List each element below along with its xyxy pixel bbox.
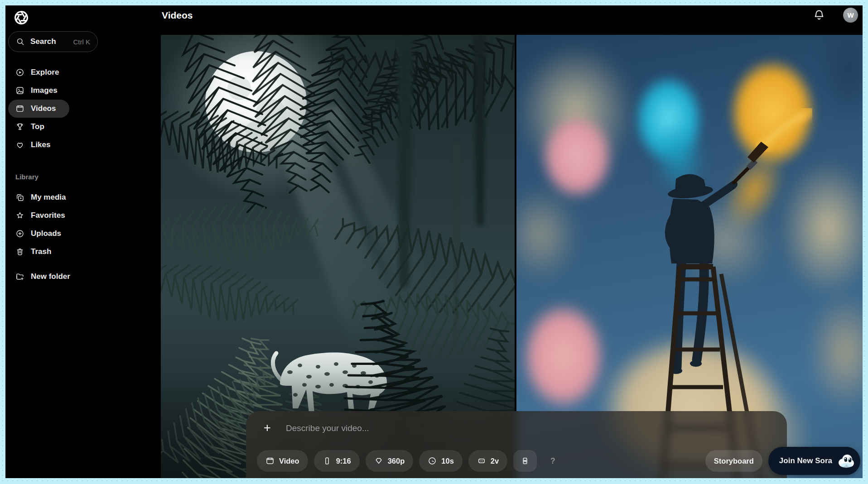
sidebar-item-label: Favorites bbox=[31, 211, 65, 220]
plus-icon: + bbox=[264, 421, 271, 435]
search-shortcut: Ctrl K bbox=[73, 38, 91, 46]
screenshot-frame: Search Ctrl K Explore Images Videos bbox=[0, 0, 868, 484]
option-label: Video bbox=[279, 457, 299, 465]
new-folder-button[interactable]: New folder bbox=[8, 267, 77, 286]
aspect-ratio-icon bbox=[323, 456, 332, 465]
storyboard-button[interactable]: Storyboard bbox=[705, 450, 762, 472]
videos-icon bbox=[15, 104, 24, 113]
add-attachment-button[interactable]: + bbox=[260, 420, 275, 436]
upload-plus-icon bbox=[15, 229, 24, 238]
video-composer-bar: + Video 9:16 360p 10s bbox=[246, 411, 787, 478]
variations-icon bbox=[477, 456, 486, 465]
avatar-initial: W bbox=[847, 11, 854, 19]
sidebar-item-label: Likes bbox=[31, 140, 50, 149]
sidebar-item-label: Trash bbox=[31, 247, 51, 256]
page-title: Videos bbox=[162, 10, 193, 21]
variations-select[interactable]: 2v bbox=[468, 450, 507, 472]
search-input[interactable]: Search Ctrl K bbox=[8, 31, 98, 52]
new-folder-icon bbox=[15, 272, 24, 281]
sidebar-item-label: Explore bbox=[31, 68, 59, 77]
library-section-label: Library bbox=[15, 173, 39, 181]
sidebar-item-top[interactable]: Top bbox=[8, 118, 52, 136]
question-mark-icon: ? bbox=[550, 456, 555, 466]
resolution-icon bbox=[374, 456, 383, 465]
storyboard-label: Storyboard bbox=[714, 457, 754, 465]
user-avatar[interactable]: W bbox=[843, 8, 858, 23]
sora-cloud-mascot-icon bbox=[837, 452, 855, 470]
trash-icon bbox=[15, 247, 24, 256]
sidebar-item-explore[interactable]: Explore bbox=[8, 63, 66, 81]
sidebar-item-images[interactable]: Images bbox=[8, 81, 65, 100]
option-label: 10s bbox=[441, 457, 454, 465]
sidebar-item-label: Top bbox=[31, 122, 44, 131]
sidebar-item-trash[interactable]: Trash bbox=[8, 243, 58, 261]
sidebar-item-videos[interactable]: Videos bbox=[8, 100, 69, 118]
option-label: 9:16 bbox=[336, 457, 351, 465]
sora-app-window: Search Ctrl K Explore Images Videos bbox=[5, 5, 863, 478]
resolution-select[interactable]: 360p bbox=[366, 450, 414, 472]
video-type-select[interactable]: Video bbox=[257, 450, 308, 472]
composer-options-row: Video 9:16 360p 10s 2v bbox=[257, 450, 776, 472]
sidebar-item-label: Videos bbox=[31, 104, 56, 113]
library-nav: My media Favorites Uploads Trash bbox=[8, 188, 157, 261]
sidebar-item-uploads[interactable]: Uploads bbox=[8, 225, 68, 243]
openai-logo[interactable] bbox=[13, 9, 30, 26]
sidebar-item-favorites[interactable]: Favorites bbox=[8, 206, 72, 225]
sidebar-item-label: My media bbox=[31, 193, 66, 202]
bell-icon bbox=[813, 15, 825, 23]
join-label: Join New Sora bbox=[779, 456, 832, 465]
sidebar: Search Ctrl K Explore Images Videos bbox=[5, 5, 161, 478]
join-new-sora-button[interactable]: Join New Sora bbox=[768, 447, 860, 475]
primary-nav: Explore Images Videos Top Likes bbox=[8, 63, 157, 154]
search-icon bbox=[16, 37, 25, 46]
star-icon bbox=[15, 211, 24, 220]
prompt-input[interactable] bbox=[285, 421, 566, 436]
new-folder-block: New folder bbox=[8, 267, 157, 286]
sidebar-item-label: New folder bbox=[31, 272, 70, 281]
explore-icon bbox=[15, 68, 24, 77]
option-label: 360p bbox=[388, 457, 405, 465]
aspect-ratio-select[interactable]: 9:16 bbox=[314, 450, 360, 472]
notifications-button[interactable] bbox=[813, 9, 825, 21]
help-button[interactable]: ? bbox=[543, 450, 563, 472]
sidebar-item-likes[interactable]: Likes bbox=[8, 136, 58, 154]
trophy-icon bbox=[15, 122, 24, 131]
search-label: Search bbox=[30, 37, 56, 46]
sidebar-item-label: Uploads bbox=[31, 229, 61, 238]
sidebar-item-label: Images bbox=[31, 86, 58, 95]
images-icon bbox=[15, 86, 24, 95]
storyboard-toggle-button[interactable] bbox=[513, 450, 537, 472]
storyboard-icon bbox=[521, 456, 530, 465]
heart-icon bbox=[15, 140, 24, 149]
duration-icon bbox=[428, 456, 437, 465]
duration-select[interactable]: 10s bbox=[419, 450, 463, 472]
video-type-icon bbox=[265, 456, 275, 465]
option-label: 2v bbox=[491, 457, 499, 465]
sidebar-item-my-media[interactable]: My media bbox=[8, 188, 73, 206]
my-media-icon bbox=[15, 193, 24, 202]
